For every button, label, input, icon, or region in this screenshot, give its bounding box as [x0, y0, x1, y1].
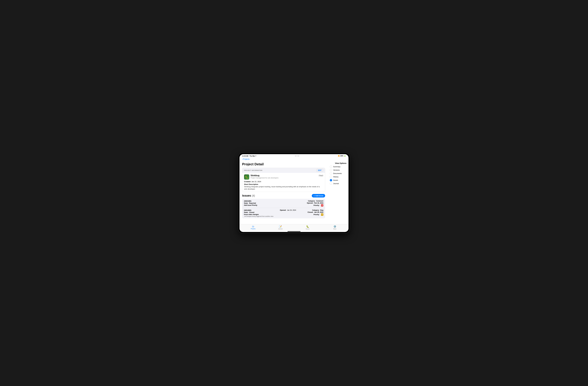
- issues-list: 24021901 State: Reported Add Issue Prior…: [242, 199, 325, 218]
- issue-row-inner: 24012601 State: Closed Issue state chang…: [244, 209, 323, 217]
- created-row: Created: Jan 22, 2024: [244, 181, 323, 183]
- tab-issues[interactable]: 🐛 Issues: [294, 225, 321, 230]
- tab-projects[interactable]: 🗂 Projects: [239, 225, 267, 230]
- category-label: Category:: [308, 200, 315, 202]
- view-option-documents[interactable]: Documents: [330, 172, 346, 175]
- add-issue-label: Add Issue: [315, 195, 323, 197]
- state-label: State:: [244, 202, 248, 204]
- view-option-summary[interactable]: Summary: [330, 165, 346, 168]
- radio-journal[interactable]: [330, 183, 332, 185]
- issue-desc-title: Add Issue Priority: [244, 204, 257, 206]
- tab-journal[interactable]: 📝 Journal: [267, 225, 294, 230]
- ipad-device: 11:54 AM Thu Mar 7 • • • 📶 100% 🔋 ‹ Proj…: [238, 153, 350, 233]
- chevron-right-icon: ›: [323, 202, 324, 204]
- status-time: 11:54 AM: [242, 155, 248, 157]
- view-option-history[interactable]: History: [330, 176, 346, 178]
- battery-icon: 🔋: [344, 155, 346, 157]
- view-label-history: History: [333, 176, 338, 178]
- state-label: State:: [244, 211, 248, 213]
- view-options-title: View Options: [330, 162, 346, 164]
- tab-more[interactable]: ⚙️ More: [321, 225, 349, 230]
- issue-right: Category: Bug Closed: Jan 29, 2024 Prior…: [303, 209, 323, 216]
- tab-bar: 🗂 Projects 📝 Journal 🐛 Issues ⚙️ More: [239, 224, 349, 231]
- issue-priority: Priority: N: [303, 213, 323, 216]
- issues-title: Issues: [242, 194, 251, 197]
- category-label: Category:: [312, 209, 319, 211]
- projects-icon: 🗂: [252, 225, 254, 228]
- short-desc-label: Short Description: [244, 183, 323, 185]
- back-button[interactable]: ‹ Projects: [242, 158, 346, 160]
- short-desc-text: Stinkbug integrates project tracking, is…: [244, 185, 323, 190]
- created-date: Jan 22, 2024: [251, 181, 261, 183]
- issue-opened: Opened: Feb 19, 2024: [303, 202, 323, 204]
- category-value: Comment: [316, 200, 323, 202]
- radio-summary[interactable]: [330, 165, 332, 168]
- table-row[interactable]: 24012601 State: Closed Issue state chang…: [242, 208, 325, 218]
- issue-state: State: Reported: [244, 202, 257, 204]
- view-label-issues: Issues: [333, 179, 338, 181]
- issues-icon: 🐛: [306, 225, 309, 228]
- issue-opened-center: Opened: Jan 26, 2024: [275, 209, 301, 211]
- card-body: 🐛 Stinkbug Project management for solo d…: [242, 173, 325, 192]
- status-right: 📶 100% 🔋: [338, 155, 346, 157]
- chevron-right-icon: ›: [323, 212, 324, 214]
- opened-value: Feb 19, 2024: [314, 202, 323, 204]
- issue-category: Category: Comment: [303, 200, 323, 202]
- status-bar: 11:54 AM Thu Mar 7 • • • 📶 100% 🔋: [239, 154, 349, 158]
- view-label-documents: Documents: [333, 172, 342, 174]
- radio-versions[interactable]: [330, 169, 332, 171]
- project-card: PROJECT INFORMATION EDIT 🐛 Stinkbug Proj…: [242, 168, 325, 192]
- project-icon: 🐛: [244, 174, 249, 180]
- more-icon: ⚙️: [334, 225, 336, 228]
- state-value: Closed: [249, 211, 254, 213]
- view-option-issues[interactable]: Issues: [330, 179, 346, 182]
- created-label: Created:: [244, 181, 251, 183]
- issue-left: 24021901 State: Reported Add Issue Prior…: [244, 200, 257, 206]
- chevron-left-icon: ‹: [242, 158, 243, 160]
- project-type: (App): [319, 174, 323, 177]
- radio-issues[interactable]: [330, 179, 332, 182]
- issue-center: Opened: Jan 26, 2024: [273, 209, 303, 211]
- tab-journal-label: Journal: [278, 228, 283, 230]
- state-value: Reported: [249, 202, 256, 204]
- project-info-label: PROJECT INFORMATION: [244, 170, 262, 171]
- opened-center-value: Jan 26, 2024: [287, 209, 296, 211]
- tab-more-label: More: [334, 228, 336, 230]
- priority-label: Priority:: [314, 214, 319, 216]
- content-area: Project Detail PROJECT INFORMATION EDIT …: [239, 161, 328, 224]
- view-option-journal[interactable]: Journal: [330, 183, 346, 185]
- view-option-versions[interactable]: Versions: [330, 169, 346, 171]
- status-date: Thu Mar 7: [250, 155, 256, 157]
- tab-issues-label: Issues: [306, 228, 310, 230]
- add-issue-button[interactable]: + Add Issue: [312, 194, 325, 198]
- opened-center-label: Opened:: [280, 209, 286, 211]
- tab-projects-label: Projects: [251, 228, 255, 229]
- edit-button[interactable]: EDIT: [316, 169, 323, 172]
- table-row[interactable]: 24021901 State: Reported Add Issue Prior…: [242, 199, 325, 208]
- page-title: Project Detail: [242, 162, 325, 166]
- view-label-versions: Versions: [333, 169, 340, 171]
- project-header-row: 🐛 Stinkbug Project management for solo d…: [244, 174, 323, 180]
- main-content: Project Detail PROJECT INFORMATION EDIT …: [239, 161, 349, 224]
- view-label-summary: Summary: [333, 166, 340, 168]
- issue-right: Category: Comment Opened: Feb 19, 2024 P…: [303, 200, 323, 206]
- issues-header: Issues (4) + Add Issue: [242, 194, 325, 198]
- sidebar: View Options Summary Versions Documents …: [328, 161, 349, 224]
- plus-icon: +: [314, 195, 315, 197]
- issue-state: State: Closed: [244, 211, 273, 213]
- wifi-icon: 📶: [338, 155, 339, 157]
- status-dots: • • •: [295, 155, 299, 157]
- opened-label: Opened:: [307, 202, 313, 204]
- radio-documents[interactable]: [330, 172, 332, 175]
- priority-label: Priority:: [314, 204, 319, 206]
- issue-category: Category: Bug: [303, 209, 323, 211]
- issue-id: 24021901: [244, 200, 257, 202]
- card-header: PROJECT INFORMATION EDIT: [242, 168, 325, 173]
- nav-bar: ‹ Projects: [239, 158, 349, 161]
- project-subtitle: Project management for solo developers: [251, 177, 278, 179]
- home-indicator: [288, 231, 300, 232]
- issue-closed: Closed: Jan 29, 2024: [303, 211, 323, 213]
- closed-value: Jan 29, 2024: [314, 211, 323, 213]
- closed-label: Closed:: [308, 211, 313, 213]
- radio-history[interactable]: [330, 176, 332, 178]
